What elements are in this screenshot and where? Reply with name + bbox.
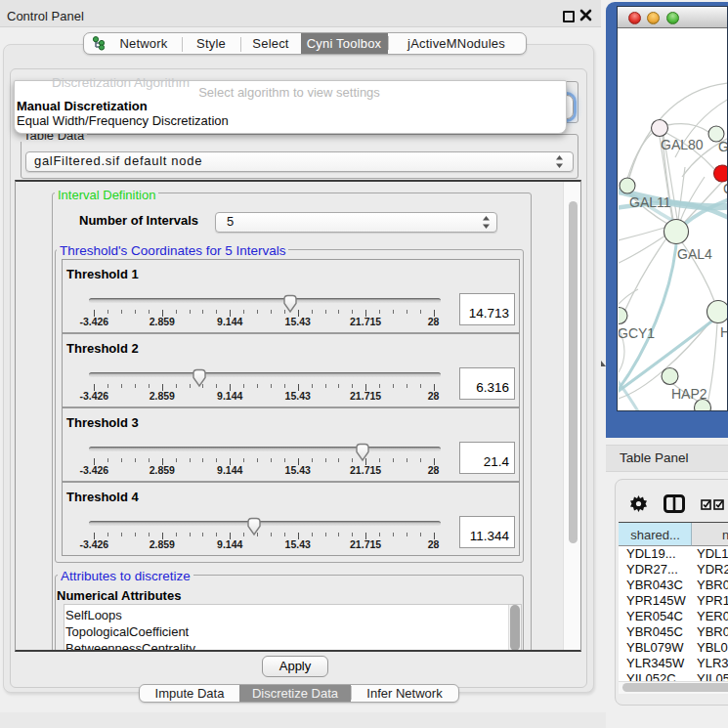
svg-text:GAL4: GAL4 — [677, 246, 712, 262]
svg-text:H...: H... — [720, 324, 728, 340]
svg-text:GAL80: GAL80 — [661, 137, 704, 152]
svg-text:C...: C... — [723, 181, 728, 196]
svg-text:G...: G... — [718, 139, 728, 154]
svg-text:GAL11: GAL11 — [629, 194, 671, 210]
svg-text:GCY1: GCY1 — [619, 325, 655, 341]
svg-text:HAP2: HAP2 — [671, 386, 707, 402]
